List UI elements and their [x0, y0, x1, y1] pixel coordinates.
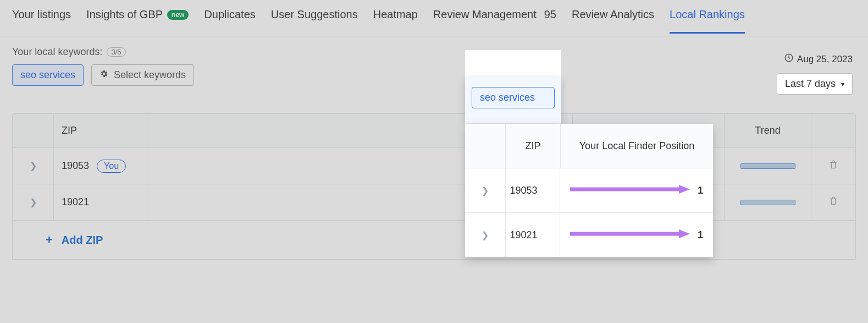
- chevron-down-icon: ▾: [841, 80, 844, 88]
- svg-marker-4: [679, 229, 690, 238]
- table-header: ZIP Your Local Finder Position Trend: [13, 114, 855, 148]
- tab-label: Review Management: [433, 8, 537, 21]
- hl-position-value: 1: [698, 229, 703, 241]
- add-zip-button[interactable]: + Add ZIP: [13, 221, 855, 259]
- col-trend-header: Trend: [755, 125, 780, 136]
- keywords-counter: 3/5: [107, 47, 125, 57]
- trend-sparkline: [740, 163, 795, 169]
- you-badge: You: [97, 160, 126, 173]
- hl-zip-header: ZIP: [525, 140, 540, 152]
- add-zip-label: Add ZIP: [62, 234, 103, 247]
- tab-user-suggestions[interactable]: User Suggestions: [271, 8, 358, 33]
- trash-icon: [828, 159, 838, 173]
- tab-label: Local Rankings: [670, 8, 745, 21]
- expand-row-button[interactable]: ❯: [13, 148, 54, 184]
- select-keywords-label: Select keywords: [114, 69, 186, 81]
- chevron-right-icon: ❯: [30, 161, 37, 171]
- tab-heatmap[interactable]: Heatmap: [373, 8, 418, 33]
- chip-label: seo services: [20, 69, 75, 80]
- clock-icon: [784, 53, 794, 65]
- zip-value: 19021: [62, 196, 89, 208]
- chevron-right-icon: ❯: [30, 197, 37, 207]
- keyword-chip-seo-services[interactable]: seo services: [12, 64, 84, 86]
- tab-label: Insights of GBP: [86, 8, 163, 21]
- tab-insights-gbp[interactable]: Insights of GBP new: [86, 8, 189, 33]
- date-range-dropdown[interactable]: Last 7 days ▾: [777, 73, 853, 95]
- chevron-right-icon: ❯: [482, 230, 489, 240]
- trend-sparkline: [740, 200, 795, 205]
- select-keywords-button[interactable]: Select keywords: [91, 64, 194, 86]
- chip-label: seo services: [480, 92, 535, 103]
- hl-position-header: Your Local Finder Position: [579, 140, 694, 152]
- tab-label: User Suggestions: [271, 8, 358, 21]
- highlight-table-header: ZIP Your Local Finder Position: [465, 124, 713, 168]
- zip-value: 19053: [62, 160, 89, 172]
- plus-icon: +: [46, 233, 53, 247]
- highlighted-zip-table: ZIP Your Local Finder Position ❯ 19053 1…: [465, 124, 713, 257]
- tab-bar: Your listings Insights of GBP new Duplic…: [0, 0, 868, 36]
- tab-label: Duplicates: [204, 8, 255, 21]
- table-row: ❯ 19053 You 1: [13, 148, 855, 184]
- gear-icon: [99, 69, 108, 81]
- tab-review-management[interactable]: Review Management 95: [433, 8, 556, 33]
- table-row: ❯ 19021 1: [13, 184, 855, 221]
- chevron-right-icon: ❯: [482, 185, 489, 196]
- hl-zip-value: 19021: [510, 229, 538, 241]
- expand-row-button[interactable]: ❯: [465, 168, 506, 212]
- snapshot-date: Aug 25, 2023: [784, 53, 853, 65]
- expand-row-button[interactable]: ❯: [13, 184, 54, 220]
- tab-count: 95: [544, 8, 556, 21]
- tab-duplicates[interactable]: Duplicates: [204, 8, 255, 33]
- tab-label: Heatmap: [373, 8, 418, 21]
- trash-icon: [828, 195, 838, 209]
- delete-row-button[interactable]: [811, 148, 855, 184]
- keyword-chip-highlight[interactable]: seo services: [472, 87, 555, 108]
- highlight-table-row: ❯ 19053 1: [465, 168, 713, 213]
- hl-position-value: 1: [698, 185, 703, 196]
- tab-label: Your listings: [12, 8, 71, 21]
- keywords-section: Your local keywords: 3/5 seo services Se…: [0, 36, 868, 91]
- svg-marker-2: [679, 185, 690, 194]
- tab-local-rankings[interactable]: Local Rankings: [670, 8, 745, 33]
- tab-review-analytics[interactable]: Review Analytics: [572, 8, 654, 33]
- tab-label: Review Analytics: [572, 8, 654, 21]
- highlighted-keyword-card: seo services: [465, 77, 561, 123]
- col-zip-header: ZIP: [62, 125, 77, 136]
- expand-row-button[interactable]: ❯: [465, 213, 506, 257]
- new-badge: new: [167, 10, 189, 20]
- date-text: Aug 25, 2023: [797, 54, 853, 65]
- tab-your-listings[interactable]: Your listings: [12, 8, 71, 33]
- date-range-label: Last 7 days: [785, 78, 836, 90]
- keywords-label-row: Your local keywords: 3/5: [12, 46, 856, 58]
- annotation-arrow-icon: [570, 184, 691, 198]
- delete-row-button[interactable]: [811, 184, 855, 220]
- hl-zip-value: 19053: [510, 185, 538, 196]
- zip-table: ZIP Your Local Finder Position Trend ❯ 1…: [12, 113, 856, 260]
- keywords-label: Your local keywords:: [12, 46, 102, 58]
- annotation-arrow-icon: [570, 228, 691, 242]
- highlight-table-row: ❯ 19021 1: [465, 213, 713, 257]
